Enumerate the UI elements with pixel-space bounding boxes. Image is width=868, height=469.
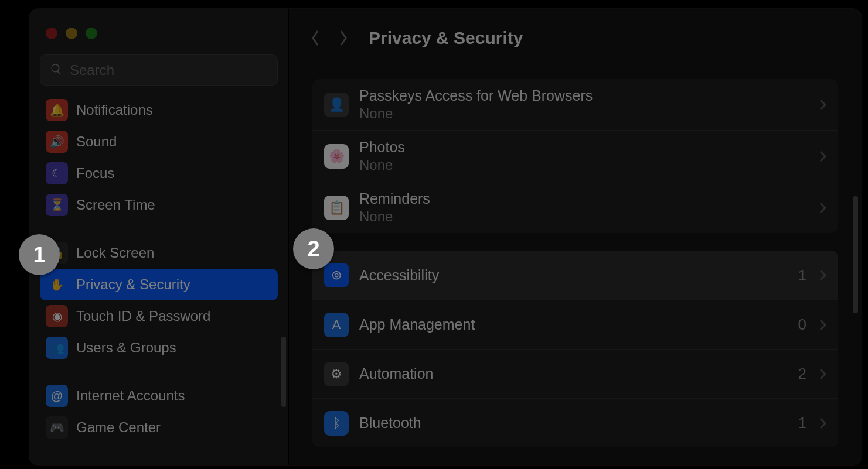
bluetooth-icon: ᛒ bbox=[324, 411, 349, 436]
accessibility-icon: ⊚ bbox=[324, 263, 349, 287]
sidebar-item-screen-time[interactable]: ⏳Screen Time bbox=[40, 189, 278, 221]
sidebar-item-touch-id-password[interactable]: ◉Touch ID & Password bbox=[40, 300, 278, 332]
main-panel: Privacy & Security 👤Passkeys Access for … bbox=[289, 9, 862, 465]
chevron-right-icon bbox=[819, 368, 826, 380]
chevron-right-icon bbox=[819, 202, 826, 214]
main-body: 👤Passkeys Access for Web BrowsersNone🌸Ph… bbox=[289, 67, 862, 465]
search-field[interactable] bbox=[40, 54, 278, 86]
main-header: Privacy & Security bbox=[289, 9, 862, 67]
row-count: 1 bbox=[798, 414, 806, 432]
bell-icon: 🔔 bbox=[46, 99, 68, 121]
sidebar: 🔔Notifications🔊Sound☾Focus⏳Screen Time🔒L… bbox=[29, 9, 289, 465]
sidebar-item-label: Internet Accounts bbox=[76, 388, 185, 404]
sidebar-item-sound[interactable]: 🔊Sound bbox=[40, 126, 278, 158]
sidebar-item-users-groups[interactable]: 👥Users & Groups bbox=[40, 332, 278, 364]
row-title: Passkeys Access for Web Browsers bbox=[359, 87, 809, 104]
row-count: 1 bbox=[798, 266, 806, 285]
moon-icon: ☾ bbox=[46, 162, 68, 184]
chevron-right-icon bbox=[819, 150, 826, 162]
sidebar-item-label: Users & Groups bbox=[76, 340, 176, 356]
settings-row-reminders[interactable]: 📋RemindersNone bbox=[312, 182, 838, 233]
close-window-button[interactable] bbox=[46, 28, 57, 39]
row-title: Accessibility bbox=[359, 267, 788, 284]
appstore-icon: A bbox=[324, 313, 349, 337]
settings-row-automation[interactable]: ⚙Automation2 bbox=[312, 349, 838, 398]
page-title: Privacy & Security bbox=[369, 28, 523, 48]
sidebar-item-label: Privacy & Security bbox=[76, 276, 190, 293]
sidebar-scrollbar[interactable] bbox=[281, 337, 286, 407]
hourglass-icon: ⏳ bbox=[46, 194, 68, 216]
chevron-right-icon bbox=[819, 99, 826, 111]
gears-icon: ⚙ bbox=[324, 362, 349, 386]
sidebar-item-privacy-security[interactable]: ✋Privacy & Security bbox=[40, 269, 278, 300]
annotation-badge-1: 1 bbox=[19, 234, 60, 275]
sidebar-item-label: Sound bbox=[76, 133, 117, 150]
annotation-badge-2: 2 bbox=[293, 228, 334, 269]
sidebar-item-label: Game Center bbox=[76, 419, 161, 436]
sidebar-item-label: Touch ID & Password bbox=[76, 308, 210, 324]
sidebar-item-notifications[interactable]: 🔔Notifications bbox=[40, 94, 278, 126]
chevron-right-icon bbox=[819, 417, 826, 429]
row-title: Bluetooth bbox=[359, 415, 788, 432]
row-count: 0 bbox=[798, 316, 806, 334]
back-button[interactable] bbox=[307, 26, 324, 50]
settings-row-app-management[interactable]: AApp Management0 bbox=[312, 300, 838, 349]
fingerprint-icon: ◉ bbox=[46, 305, 68, 327]
row-title: Automation bbox=[359, 365, 788, 382]
reminders-icon: 📋 bbox=[324, 196, 349, 220]
settings-row-passkeys-access-for-web-browsers[interactable]: 👤Passkeys Access for Web BrowsersNone bbox=[312, 79, 838, 130]
sidebar-item-label: Screen Time bbox=[76, 197, 155, 213]
system-settings-window: 🔔Notifications🔊Sound☾Focus⏳Screen Time🔒L… bbox=[29, 9, 862, 465]
forward-button[interactable] bbox=[335, 26, 352, 50]
at-icon: @ bbox=[46, 385, 68, 407]
row-title: App Management bbox=[359, 316, 788, 333]
row-subtitle: None bbox=[359, 105, 809, 122]
sidebar-item-focus[interactable]: ☾Focus bbox=[40, 158, 278, 189]
gamecenter-icon: 🎮 bbox=[46, 416, 68, 439]
chevron-right-icon bbox=[819, 319, 826, 331]
zoom-window-button[interactable] bbox=[86, 28, 97, 39]
sidebar-item-game-center[interactable]: 🎮Game Center bbox=[40, 412, 278, 443]
minimize-window-button[interactable] bbox=[66, 28, 77, 39]
row-title: Photos bbox=[359, 139, 809, 156]
search-input[interactable] bbox=[70, 62, 268, 78]
sidebar-list: 🔔Notifications🔊Sound☾Focus⏳Screen Time🔒L… bbox=[29, 94, 288, 465]
row-count: 2 bbox=[798, 365, 806, 383]
sidebar-item-internet-accounts[interactable]: @Internet Accounts bbox=[40, 380, 278, 412]
row-subtitle: None bbox=[359, 157, 809, 173]
sidebar-item-label: Focus bbox=[76, 165, 114, 182]
speaker-icon: 🔊 bbox=[46, 131, 68, 153]
chevron-right-icon bbox=[819, 269, 826, 281]
sidebar-item-label: Lock Screen bbox=[76, 245, 154, 261]
row-subtitle: None bbox=[359, 208, 809, 225]
window-controls bbox=[29, 19, 288, 54]
photos-icon: 🌸 bbox=[324, 144, 349, 169]
settings-group: ⊚Accessibility1AApp Management0⚙Automati… bbox=[312, 251, 838, 447]
sidebar-item-lock-screen[interactable]: 🔒Lock Screen bbox=[40, 237, 278, 269]
passkey-icon: 👤 bbox=[324, 93, 349, 117]
users-icon: 👥 bbox=[46, 337, 68, 359]
row-title: Reminders bbox=[359, 190, 809, 207]
search-icon bbox=[50, 63, 63, 78]
main-scrollbar[interactable] bbox=[853, 196, 858, 313]
sidebar-item-label: Notifications bbox=[76, 102, 153, 118]
settings-row-accessibility[interactable]: ⊚Accessibility1 bbox=[312, 251, 838, 300]
settings-group: 👤Passkeys Access for Web BrowsersNone🌸Ph… bbox=[312, 79, 838, 233]
settings-row-photos[interactable]: 🌸PhotosNone bbox=[312, 130, 838, 182]
settings-row-bluetooth[interactable]: ᛒBluetooth1 bbox=[312, 398, 838, 447]
hand-icon: ✋ bbox=[46, 273, 68, 296]
